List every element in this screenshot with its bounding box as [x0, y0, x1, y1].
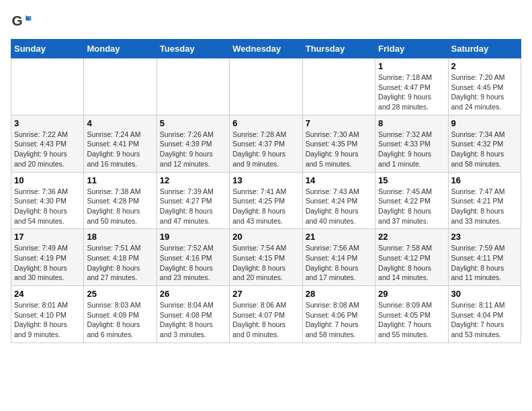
day-info: Sunrise: 7:34 AM Sunset: 4:32 PM Dayligh…	[451, 130, 518, 169]
day-number: 14	[306, 175, 372, 185]
calendar-cell: 29Sunrise: 8:09 AM Sunset: 4:05 PM Dayli…	[375, 286, 448, 343]
day-number: 1	[378, 61, 445, 71]
day-info: Sunrise: 7:36 AM Sunset: 4:30 PM Dayligh…	[14, 187, 81, 226]
calendar-cell: 9Sunrise: 7:34 AM Sunset: 4:32 PM Daylig…	[448, 115, 521, 172]
calendar-cell	[84, 58, 157, 116]
day-info: Sunrise: 7:39 AM Sunset: 4:27 PM Dayligh…	[160, 187, 226, 226]
day-number: 3	[14, 118, 81, 128]
day-number: 30	[451, 289, 518, 299]
day-info: Sunrise: 8:11 AM Sunset: 4:04 PM Dayligh…	[451, 300, 518, 340]
calendar-cell: 13Sunrise: 7:41 AM Sunset: 4:25 PM Dayli…	[230, 172, 302, 229]
day-number: 25	[87, 289, 153, 299]
calendar-cell: 26Sunrise: 8:04 AM Sunset: 4:08 PM Dayli…	[157, 286, 229, 343]
weekday-header: Tuesday	[157, 40, 229, 58]
day-info: Sunrise: 8:03 AM Sunset: 4:09 PM Dayligh…	[87, 300, 153, 340]
calendar-cell	[230, 58, 302, 116]
day-info: Sunrise: 8:09 AM Sunset: 4:05 PM Dayligh…	[378, 300, 445, 340]
day-info: Sunrise: 8:06 AM Sunset: 4:07 PM Dayligh…	[232, 300, 299, 340]
day-number: 15	[378, 175, 445, 185]
calendar-cell: 28Sunrise: 8:08 AM Sunset: 4:06 PM Dayli…	[302, 286, 375, 343]
calendar-cell: 17Sunrise: 7:49 AM Sunset: 4:19 PM Dayli…	[11, 229, 84, 286]
day-number: 9	[451, 118, 518, 128]
calendar-cell: 20Sunrise: 7:54 AM Sunset: 4:15 PM Dayli…	[230, 229, 302, 286]
calendar-cell: 24Sunrise: 8:01 AM Sunset: 4:10 PM Dayli…	[11, 286, 84, 343]
day-number: 21	[306, 232, 372, 242]
calendar-cell: 21Sunrise: 7:56 AM Sunset: 4:14 PM Dayli…	[302, 229, 375, 286]
calendar: SundayMondayTuesdayWednesdayThursdayFrid…	[11, 39, 521, 343]
day-info: Sunrise: 7:49 AM Sunset: 4:19 PM Dayligh…	[14, 243, 81, 283]
svg-text:G: G	[12, 13, 23, 28]
calendar-cell: 18Sunrise: 7:51 AM Sunset: 4:18 PM Dayli…	[84, 229, 157, 286]
day-info: Sunrise: 8:08 AM Sunset: 4:06 PM Dayligh…	[306, 300, 372, 340]
calendar-cell: 4Sunrise: 7:24 AM Sunset: 4:41 PM Daylig…	[84, 115, 157, 172]
day-info: Sunrise: 7:32 AM Sunset: 4:33 PM Dayligh…	[378, 130, 445, 169]
calendar-body: 1Sunrise: 7:18 AM Sunset: 4:47 PM Daylig…	[11, 58, 521, 343]
calendar-cell: 23Sunrise: 7:59 AM Sunset: 4:11 PM Dayli…	[448, 229, 521, 286]
calendar-cell: 11Sunrise: 7:38 AM Sunset: 4:28 PM Dayli…	[84, 172, 157, 229]
calendar-cell: 14Sunrise: 7:43 AM Sunset: 4:24 PM Dayli…	[302, 172, 375, 229]
calendar-cell: 1Sunrise: 7:18 AM Sunset: 4:47 PM Daylig…	[375, 58, 448, 116]
day-number: 13	[232, 175, 299, 185]
day-number: 6	[232, 118, 299, 128]
day-number: 5	[160, 118, 226, 128]
day-info: Sunrise: 7:41 AM Sunset: 4:25 PM Dayligh…	[232, 187, 299, 226]
calendar-week: 10Sunrise: 7:36 AM Sunset: 4:30 PM Dayli…	[11, 172, 521, 229]
day-number: 8	[378, 118, 445, 128]
calendar-cell: 5Sunrise: 7:26 AM Sunset: 4:39 PM Daylig…	[157, 115, 229, 172]
weekday-header: Monday	[84, 40, 157, 58]
calendar-cell: 7Sunrise: 7:30 AM Sunset: 4:35 PM Daylig…	[302, 115, 375, 172]
day-number: 17	[14, 232, 81, 242]
day-info: Sunrise: 7:24 AM Sunset: 4:41 PM Dayligh…	[87, 130, 153, 169]
calendar-cell: 16Sunrise: 7:47 AM Sunset: 4:21 PM Dayli…	[448, 172, 521, 229]
day-number: 22	[378, 232, 445, 242]
calendar-cell	[157, 58, 229, 116]
calendar-cell	[11, 58, 84, 116]
weekday-header: Saturday	[448, 40, 521, 58]
day-info: Sunrise: 7:56 AM Sunset: 4:14 PM Dayligh…	[306, 243, 372, 283]
day-number: 2	[451, 61, 518, 71]
day-info: Sunrise: 7:47 AM Sunset: 4:21 PM Dayligh…	[451, 187, 518, 226]
day-info: Sunrise: 7:51 AM Sunset: 4:18 PM Dayligh…	[87, 243, 153, 283]
calendar-week: 3Sunrise: 7:22 AM Sunset: 4:43 PM Daylig…	[11, 115, 521, 172]
calendar-week: 24Sunrise: 8:01 AM Sunset: 4:10 PM Dayli…	[11, 286, 521, 343]
logo: G	[11, 11, 35, 32]
day-info: Sunrise: 7:58 AM Sunset: 4:12 PM Dayligh…	[378, 243, 445, 283]
day-number: 7	[306, 118, 372, 128]
calendar-cell: 2Sunrise: 7:20 AM Sunset: 4:45 PM Daylig…	[448, 58, 521, 116]
weekday-header: Wednesday	[230, 40, 302, 58]
calendar-cell: 8Sunrise: 7:32 AM Sunset: 4:33 PM Daylig…	[375, 115, 448, 172]
calendar-cell: 10Sunrise: 7:36 AM Sunset: 4:30 PM Dayli…	[11, 172, 84, 229]
weekday-header: Thursday	[302, 40, 375, 58]
calendar-cell: 12Sunrise: 7:39 AM Sunset: 4:27 PM Dayli…	[157, 172, 229, 229]
day-number: 26	[160, 289, 226, 299]
day-info: Sunrise: 7:43 AM Sunset: 4:24 PM Dayligh…	[306, 187, 372, 226]
day-info: Sunrise: 7:38 AM Sunset: 4:28 PM Dayligh…	[87, 187, 153, 226]
day-info: Sunrise: 7:52 AM Sunset: 4:16 PM Dayligh…	[160, 243, 226, 283]
calendar-cell: 30Sunrise: 8:11 AM Sunset: 4:04 PM Dayli…	[448, 286, 521, 343]
logo-icon: G	[11, 11, 32, 32]
weekday-header: Sunday	[11, 40, 84, 58]
day-info: Sunrise: 7:20 AM Sunset: 4:45 PM Dayligh…	[451, 73, 518, 112]
day-number: 24	[14, 289, 81, 299]
day-info: Sunrise: 7:28 AM Sunset: 4:37 PM Dayligh…	[232, 130, 299, 169]
calendar-cell: 27Sunrise: 8:06 AM Sunset: 4:07 PM Dayli…	[230, 286, 302, 343]
header-row: SundayMondayTuesdayWednesdayThursdayFrid…	[11, 40, 521, 58]
day-info: Sunrise: 7:45 AM Sunset: 4:22 PM Dayligh…	[378, 187, 445, 226]
day-info: Sunrise: 7:54 AM Sunset: 4:15 PM Dayligh…	[232, 243, 299, 283]
day-info: Sunrise: 8:01 AM Sunset: 4:10 PM Dayligh…	[14, 300, 81, 340]
day-number: 10	[14, 175, 81, 185]
day-number: 18	[87, 232, 153, 242]
calendar-cell	[302, 58, 375, 116]
day-info: Sunrise: 7:22 AM Sunset: 4:43 PM Dayligh…	[14, 130, 81, 169]
day-number: 16	[451, 175, 518, 185]
day-info: Sunrise: 7:30 AM Sunset: 4:35 PM Dayligh…	[306, 130, 372, 169]
day-info: Sunrise: 7:18 AM Sunset: 4:47 PM Dayligh…	[378, 73, 445, 112]
day-number: 27	[232, 289, 299, 299]
day-number: 4	[87, 118, 153, 128]
calendar-cell: 22Sunrise: 7:58 AM Sunset: 4:12 PM Dayli…	[375, 229, 448, 286]
calendar-header: SundayMondayTuesdayWednesdayThursdayFrid…	[11, 40, 521, 58]
day-number: 12	[160, 175, 226, 185]
calendar-week: 1Sunrise: 7:18 AM Sunset: 4:47 PM Daylig…	[11, 58, 521, 116]
calendar-cell: 6Sunrise: 7:28 AM Sunset: 4:37 PM Daylig…	[230, 115, 302, 172]
day-number: 11	[87, 175, 153, 185]
